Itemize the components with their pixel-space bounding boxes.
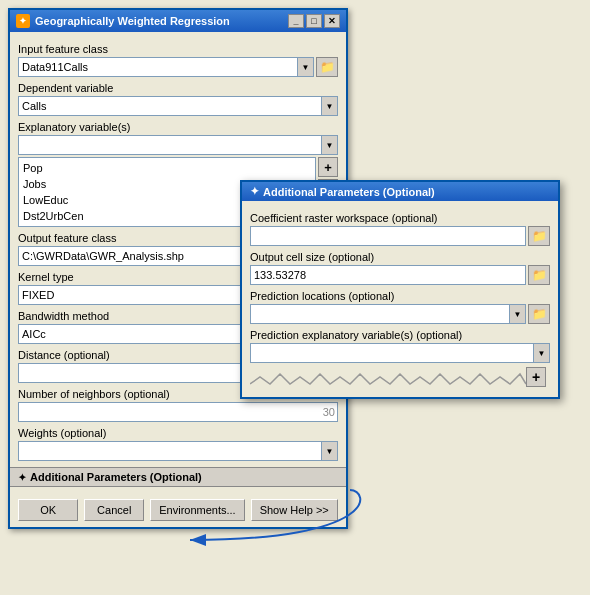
expand-icon: ✦ xyxy=(18,472,26,483)
coeff-raster-input[interactable] xyxy=(250,226,526,246)
output-cell-size-folder[interactable]: 📁 xyxy=(528,265,550,285)
close-button[interactable]: ✕ xyxy=(324,14,340,28)
output-cell-size-input[interactable]: 133.53278 xyxy=(250,265,526,285)
prediction-locations-folder[interactable]: 📁 xyxy=(528,304,550,324)
environments-button[interactable]: Environments... xyxy=(150,499,244,521)
dependent-variable-arrow[interactable]: ▼ xyxy=(321,97,337,115)
maximize-button[interactable]: □ xyxy=(306,14,322,28)
dependent-variable-label: Dependent variable xyxy=(18,82,338,94)
prediction-explanatory-vars-arrow[interactable]: ▼ xyxy=(533,344,549,362)
show-help-button[interactable]: Show Help >> xyxy=(251,499,338,521)
wavy-line-svg xyxy=(250,369,546,389)
explanatory-variables-arrow[interactable]: ▼ xyxy=(321,136,337,154)
prediction-locations-label: Prediction locations (optional) xyxy=(250,290,550,302)
num-neighbors-value: 30 xyxy=(323,406,335,418)
coeff-raster-label: Coefficient raster workspace (optional) xyxy=(250,212,550,224)
coeff-raster-row: 📁 xyxy=(250,226,550,246)
addon-popup-title: Additional Parameters (Optional) xyxy=(263,186,435,198)
title-bar-left: ✦ Geographically Weighted Regression xyxy=(16,14,230,28)
ok-button[interactable]: OK xyxy=(18,499,78,521)
window-title: Geographically Weighted Regression xyxy=(35,15,230,27)
additional-params-section-label: Additional Parameters (Optional) xyxy=(30,471,202,483)
wavy-area: + xyxy=(250,369,550,391)
prediction-explanatory-vars-label: Prediction explanatory variable(s) (opti… xyxy=(250,329,550,341)
input-feature-class-row: Data911Calls ▼ 📁 xyxy=(18,57,338,77)
dependent-variable-select[interactable]: Calls ▼ xyxy=(18,96,338,116)
prediction-locations-row: ▼ 📁 xyxy=(250,304,550,324)
prediction-locations-select[interactable]: ▼ xyxy=(250,304,526,324)
explanatory-variables-select[interactable]: ▼ xyxy=(18,135,338,155)
input-feature-class-arrow[interactable]: ▼ xyxy=(297,58,313,76)
output-cell-size-row: 133.53278 📁 xyxy=(250,265,550,285)
cancel-button[interactable]: Cancel xyxy=(84,499,144,521)
title-bar: ✦ Geographically Weighted Regression _ □… xyxy=(10,10,346,32)
dialog-button-row: OK Cancel Environments... Show Help >> xyxy=(10,493,346,527)
explanatory-variables-row: ▼ xyxy=(18,135,338,155)
output-cell-size-label: Output cell size (optional) xyxy=(250,251,550,263)
add-item-button[interactable]: + xyxy=(318,157,338,177)
additional-params-popup: ✦ Additional Parameters (Optional) Coeff… xyxy=(240,180,560,399)
input-feature-class-label: Input feature class xyxy=(18,43,338,55)
minimize-button[interactable]: _ xyxy=(288,14,304,28)
input-feature-class-value: Data911Calls xyxy=(19,57,297,77)
weights-label: Weights (optional) xyxy=(18,427,338,439)
addon-popup-body: Coefficient raster workspace (optional) … xyxy=(242,201,558,397)
weights-select[interactable]: ▼ xyxy=(18,441,338,461)
additional-params-section-header[interactable]: ✦ Additional Parameters (Optional) xyxy=(10,467,346,487)
weights-arrow[interactable]: ▼ xyxy=(321,442,337,460)
app-icon: ✦ xyxy=(16,14,30,28)
prediction-explanatory-vars-select[interactable]: ▼ xyxy=(250,343,550,363)
prediction-locations-arrow[interactable]: ▼ xyxy=(509,305,525,323)
addon-popup-title-bar: ✦ Additional Parameters (Optional) xyxy=(242,182,558,201)
list-item: Pop xyxy=(23,160,311,176)
addon-expand-icon: ✦ xyxy=(250,185,259,198)
title-controls: _ □ ✕ xyxy=(288,14,340,28)
dependent-variable-value: Calls xyxy=(19,96,321,116)
num-neighbors-input[interactable]: 30 xyxy=(18,402,338,422)
explanatory-variables-label: Explanatory variable(s) xyxy=(18,121,338,133)
input-feature-class-select[interactable]: Data911Calls ▼ xyxy=(18,57,314,77)
addon-add-button[interactable]: + xyxy=(526,367,546,387)
coeff-raster-folder[interactable]: 📁 xyxy=(528,226,550,246)
input-feature-class-folder[interactable]: 📁 xyxy=(316,57,338,77)
